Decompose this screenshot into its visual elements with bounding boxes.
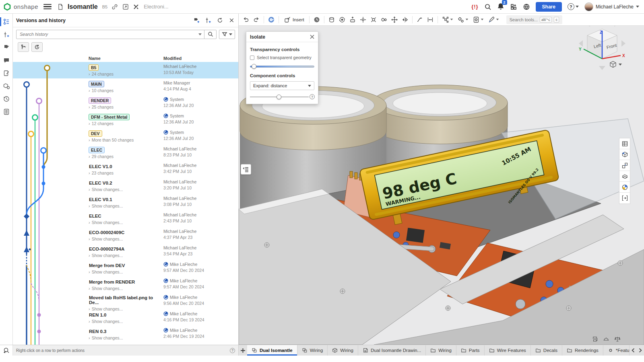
distance-slider-handle[interactable] xyxy=(277,95,281,99)
open-linked-document-icon[interactable] xyxy=(122,3,129,10)
show-branches-toggle[interactable] xyxy=(18,42,29,52)
table-row[interactable]: Merge from RENDER › Show changes... Mike… xyxy=(13,276,238,293)
expand-chevron-icon[interactable]: › xyxy=(89,121,90,126)
changes-link[interactable]: 24 changes xyxy=(92,72,114,76)
changes-link[interactable]: Show changes... xyxy=(92,269,123,274)
expand-chevron-icon[interactable]: › xyxy=(89,88,90,93)
filter-button[interactable] xyxy=(219,30,235,39)
table-row[interactable]: DFM - Sheet Metal › 12 changes System 12… xyxy=(13,111,238,128)
document-tab[interactable]: Dual Isomantle Drawin... xyxy=(358,345,426,356)
expand-chevron-icon[interactable]: › xyxy=(89,220,90,225)
feature-list-flyout-toggle[interactable] xyxy=(241,164,251,175)
close-panel-icon[interactable] xyxy=(228,17,235,24)
status-help-icon[interactable]: ? xyxy=(230,348,235,353)
ball-mate-icon[interactable] xyxy=(369,15,378,25)
scroll-tabs-right-icon[interactable] xyxy=(638,348,642,353)
bom-table-button[interactable] xyxy=(619,138,630,149)
changes-link[interactable]: 25 changes xyxy=(92,105,114,109)
search-tools-box[interactable]: Search tools... alt/⌥ c xyxy=(506,15,562,24)
create-version-icon[interactable] xyxy=(193,17,200,24)
fastened-mate-icon[interactable] xyxy=(327,15,336,25)
search-submit-button[interactable] xyxy=(204,30,216,39)
dialog-help-icon[interactable]: ? xyxy=(310,94,315,99)
changes-link[interactable]: Show changes... xyxy=(92,286,123,291)
main-menu-icon[interactable] xyxy=(43,4,52,10)
expand-chevron-icon[interactable]: › xyxy=(89,138,90,142)
share-button[interactable]: Share xyxy=(536,2,562,12)
changes-link[interactable]: 10 changes xyxy=(92,88,114,93)
search-dropdown-caret-icon[interactable] xyxy=(198,33,202,35)
versions-history-rail-button[interactable] xyxy=(1,16,12,27)
changes-link[interactable]: 23 changes xyxy=(92,171,114,175)
scale-icon[interactable] xyxy=(614,336,621,342)
mass-properties-button[interactable] xyxy=(312,15,322,25)
comments-rail-button[interactable] xyxy=(1,55,12,66)
shared-parts-button[interactable] xyxy=(619,160,630,171)
show-change-history-toggle[interactable] xyxy=(31,42,43,52)
table-row[interactable]: ELEC › Show changes... Michael LaFleche … xyxy=(13,210,238,227)
link-icon[interactable] xyxy=(111,3,118,10)
expand-chevron-icon[interactable]: › xyxy=(89,269,90,274)
document-tab[interactable]: Parts xyxy=(456,345,485,356)
community-globe-icon[interactable] xyxy=(523,3,530,10)
custom-features-rail-button[interactable] xyxy=(1,42,12,53)
select-transparent-checkbox[interactable] xyxy=(250,56,254,60)
measure-extrude-button[interactable] xyxy=(619,171,630,182)
planar-mate-icon[interactable] xyxy=(358,15,368,25)
notifications-button[interactable]: 2 xyxy=(497,2,504,11)
document-tab[interactable]: Wiring xyxy=(426,345,456,356)
section-view-button[interactable] xyxy=(619,193,630,204)
search-history-input[interactable] xyxy=(17,32,198,37)
app-store-icon[interactable] xyxy=(510,3,517,10)
document-tab[interactable]: Decals xyxy=(531,345,562,356)
create-branch-icon[interactable] xyxy=(205,17,212,24)
table-row[interactable]: ELEC › 29 changes Michael LaFleche 8:23 … xyxy=(13,144,238,161)
linear-pattern-icon[interactable] xyxy=(390,15,399,25)
changes-link[interactable]: 29 changes xyxy=(92,154,114,159)
document-tab[interactable]: Wiring xyxy=(297,345,328,356)
release-alert-icon[interactable]: {!} xyxy=(471,4,478,10)
table-row[interactable]: ELEC V0.2 › Show changes... Michael LaFl… xyxy=(13,177,238,194)
slider-mate-icon[interactable] xyxy=(348,15,357,25)
history-rail-button[interactable] xyxy=(1,93,12,105)
table-row[interactable]: ELEC V0.1 › Show changes... Michael LaFl… xyxy=(13,194,238,210)
changes-link[interactable]: Show changes... xyxy=(92,237,123,241)
expand-chevron-icon[interactable]: › xyxy=(89,286,90,291)
table-row[interactable]: ECO-00002794A › Show changes... Michael … xyxy=(13,243,238,260)
assembly-features-menu[interactable] xyxy=(456,15,470,25)
expand-chevron-icon[interactable]: › xyxy=(89,237,90,241)
changes-link[interactable]: Show changes... xyxy=(92,187,123,192)
insert-button[interactable]: Insert xyxy=(281,15,307,25)
document-tab[interactable]: Dual Isomantle xyxy=(247,345,297,356)
undo-button[interactable] xyxy=(241,15,251,25)
table-row[interactable]: REN 0.3 › Show changes... Mike LaFleche … xyxy=(13,326,238,342)
changes-link[interactable]: More than 50 changes xyxy=(92,138,134,142)
changes-link[interactable]: Show changes... xyxy=(92,335,123,340)
measure-icon[interactable] xyxy=(425,15,435,25)
release-management-rail-button[interactable] xyxy=(1,80,12,92)
expand-chevron-icon[interactable]: › xyxy=(89,72,90,76)
change-requests-rail-button[interactable] xyxy=(1,68,12,79)
changes-link[interactable]: Show changes... xyxy=(92,220,123,225)
search-icon[interactable] xyxy=(484,3,491,10)
document-tab[interactable]: Renderings xyxy=(562,345,603,356)
expand-chevron-icon[interactable]: › xyxy=(89,105,90,109)
expand-chevron-icon[interactable]: › xyxy=(89,335,90,340)
expand-chevron-icon[interactable]: › xyxy=(89,253,90,258)
table-row[interactable]: B5 › 24 changes Michael LaFleche 10:53 A… xyxy=(13,62,238,78)
transparency-slider-handle[interactable] xyxy=(252,64,256,69)
transparency-slider[interactable] xyxy=(250,64,314,69)
expand-chevron-icon[interactable]: › xyxy=(89,319,90,324)
sketch-tools-menu[interactable] xyxy=(486,15,501,25)
document-tab[interactable]: Wiring xyxy=(328,345,358,356)
printer-icon[interactable] xyxy=(592,336,598,342)
snap-mode-icon[interactable] xyxy=(415,15,425,25)
user-menu[interactable]: Michael LaFleche xyxy=(584,2,639,11)
changes-link[interactable]: Show changes... xyxy=(92,253,123,258)
expand-chevron-icon[interactable]: › xyxy=(89,187,90,192)
configurations-button[interactable] xyxy=(619,149,630,160)
table-row[interactable]: MAIN › 10 changes Mike Manager 4:14 PM A… xyxy=(13,78,238,95)
rotate-view-button[interactable] xyxy=(266,15,276,25)
insert-feature-rail-button[interactable] xyxy=(1,29,12,40)
table-row[interactable]: Moved tab RoHS label.png to De... › Show… xyxy=(13,293,238,309)
